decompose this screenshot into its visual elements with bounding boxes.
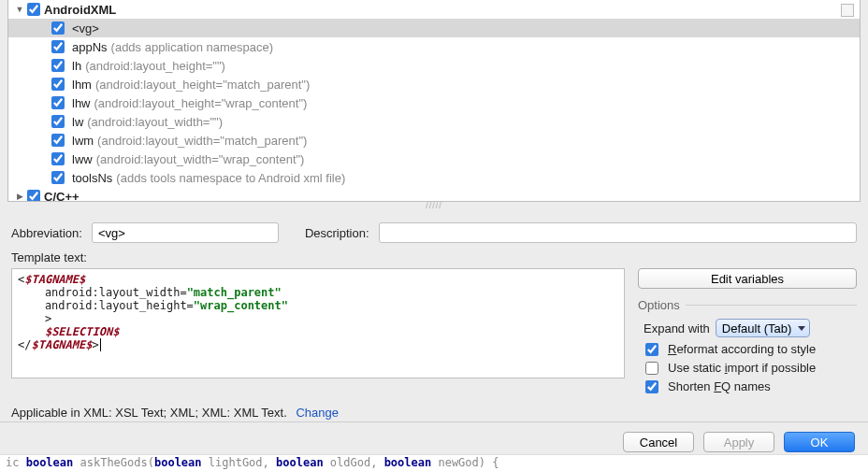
group-label: AndroidXML <box>44 3 116 17</box>
item-checkbox[interactable] <box>51 40 65 53</box>
expand-with-label: Expand with <box>644 321 710 335</box>
tree-options-icon[interactable] <box>841 4 854 17</box>
background-code-strip: ic boolean askTheGods(boolean lightGod, … <box>0 454 868 471</box>
template-var: $TAGNAME$ <box>24 273 85 286</box>
reformat-label: Reformat according to style <box>668 342 816 356</box>
tree-item[interactable]: lww (android:layout_width="wrap_content"… <box>8 150 860 168</box>
item-checkbox[interactable] <box>51 78 65 91</box>
tree-item[interactable]: lhw (android:layout_height="wrap_content… <box>8 93 860 112</box>
static-import-checkbox[interactable] <box>645 362 658 375</box>
change-contexts-link[interactable]: Change <box>296 406 339 420</box>
item-desc: (adds tools namespace to Android xml fil… <box>116 171 345 185</box>
tree-item[interactable]: lhm (android:layout_height="match_parent… <box>8 75 860 93</box>
item-desc: (android:layout_width="") <box>87 115 223 129</box>
static-import-label: Use static import if possible <box>668 361 816 375</box>
item-abbr: lh <box>72 59 81 73</box>
disclosure-down-icon[interactable]: ▼ <box>14 4 25 15</box>
template-text-editor[interactable]: <$TAGNAME$ android:layout_width="match_p… <box>11 268 625 378</box>
shorten-fq-label: Shorten FQ names <box>668 379 771 393</box>
tree-item[interactable]: lw (android:layout_width="") <box>8 112 860 131</box>
tree-group-cc[interactable]: ▶ C/C++ <box>8 187 860 202</box>
item-checkbox[interactable] <box>51 115 65 128</box>
item-checkbox[interactable] <box>51 59 65 72</box>
group-checkbox[interactable] <box>27 190 40 202</box>
template-text-label: Template text: <box>11 250 857 264</box>
item-checkbox[interactable] <box>51 21 65 35</box>
template-var: $SELECTION$ <box>45 325 119 338</box>
item-desc: (android:layout_height="") <box>85 59 225 73</box>
vertical-resize-handle[interactable]: ///// <box>0 202 868 209</box>
ok-button[interactable]: OK <box>784 432 855 452</box>
item-checkbox[interactable] <box>51 134 65 147</box>
item-desc: (android:layout_width="match_parent") <box>97 134 307 148</box>
group-checkbox[interactable] <box>27 3 40 16</box>
item-desc: (android:layout_width="wrap_content") <box>96 152 305 166</box>
disclosure-right-icon[interactable]: ▶ <box>14 191 25 202</box>
item-abbr: lhw <box>72 96 91 110</box>
edit-variables-button[interactable]: Edit variables <box>638 268 857 289</box>
item-desc: (android:layout_height="wrap_content") <box>94 96 308 110</box>
expand-with-select[interactable]: Default (Tab) <box>716 319 810 337</box>
item-abbr: lww <box>72 152 93 166</box>
abbreviation-input[interactable] <box>92 222 279 243</box>
shorten-fq-checkbox[interactable] <box>645 380 658 393</box>
description-input[interactable] <box>379 222 857 243</box>
tree-item[interactable]: toolsNs (adds tools namespace to Android… <box>8 168 860 187</box>
item-abbr: appNs <box>72 40 108 54</box>
tree-group-androidxml[interactable]: ▼ AndroidXML <box>8 0 860 19</box>
tree-item[interactable]: lwm (android:layout_width="match_parent"… <box>8 131 860 150</box>
dialog-footer: Cancel Apply OK <box>0 421 868 452</box>
tree-item[interactable]: <vg> <box>8 19 860 37</box>
reformat-checkbox[interactable] <box>645 343 658 356</box>
item-desc: (android:layout_height="match_parent") <box>95 78 310 92</box>
item-abbr: toolsNs <box>72 171 112 185</box>
item-desc: (adds application namespace) <box>111 40 273 54</box>
item-checkbox[interactable] <box>51 171 65 184</box>
template-var: $TAGNAME$ <box>31 338 92 351</box>
cancel-button[interactable]: Cancel <box>623 432 694 452</box>
text-caret <box>100 338 101 351</box>
tree-item[interactable]: lh (android:layout_height="") <box>8 56 860 75</box>
apply-button[interactable]: Apply <box>703 432 774 452</box>
description-label: Description: <box>305 226 369 240</box>
tree-item[interactable]: appNs (adds application namespace) <box>8 37 860 56</box>
options-fieldset: Options Expand with Default (Tab) Reform… <box>638 298 857 396</box>
item-checkbox[interactable] <box>51 152 65 165</box>
item-abbr: lwm <box>72 134 94 148</box>
group-label: C/C++ <box>44 190 80 203</box>
applicable-contexts: Applicable in XML: XSL Text; XML; XML: X… <box>11 406 857 420</box>
abbreviation-label: Abbreviation: <box>11 226 82 240</box>
item-abbr: lhm <box>72 78 92 92</box>
item-abbr: lw <box>72 115 83 129</box>
options-legend: Options <box>638 298 686 312</box>
item-checkbox[interactable] <box>51 96 65 109</box>
template-tree[interactable]: ▼ AndroidXML <vg> appNs (adds applicatio… <box>7 0 861 202</box>
item-abbr: <vg> <box>72 21 99 36</box>
